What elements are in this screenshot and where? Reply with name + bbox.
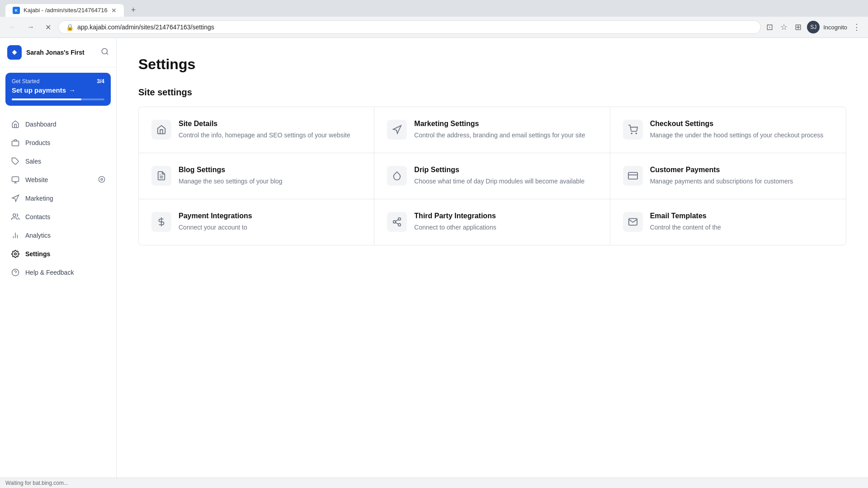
section-title: Site settings <box>138 87 846 98</box>
drip-settings-desc: Choose what time of day Drip modules wil… <box>414 177 597 186</box>
sidebar-item-sales[interactable]: Sales <box>4 152 113 170</box>
contacts-label: Contacts <box>25 213 105 221</box>
drip-settings-content: Drip Settings Choose what time of day Dr… <box>414 166 597 186</box>
customer-payments-desc: Manage payments and subscriptions for cu… <box>650 177 833 186</box>
checkout-settings-icon <box>623 120 643 140</box>
settings-card-site-details[interactable]: Site Details Control the info, homepage … <box>139 107 374 153</box>
close-tab-button[interactable]: ✕ <box>111 7 117 14</box>
svg-point-8 <box>99 176 104 182</box>
get-started-action: Set up payments → <box>12 86 104 94</box>
sidebar-item-contacts[interactable]: Contacts <box>4 208 113 226</box>
settings-grid: Site Details Control the info, homepage … <box>138 107 846 245</box>
site-details-icon <box>151 120 171 140</box>
svg-rect-21 <box>628 173 637 179</box>
url-text: app.kajabi.com/admin/sites/2147647163/se… <box>77 23 214 31</box>
new-tab-button[interactable]: + <box>127 4 140 17</box>
sidebar-item-website[interactable]: Website <box>4 171 113 189</box>
tab-favicon: K <box>13 7 20 14</box>
svg-point-17 <box>631 133 632 134</box>
analytics-icon <box>11 231 20 240</box>
drip-settings-title: Drip Settings <box>414 166 597 174</box>
sidebar-search-button[interactable] <box>101 47 109 58</box>
settings-card-marketing[interactable]: Marketing Settings Control the address, … <box>374 107 610 153</box>
blog-settings-desc: Manage the seo settings of your blog <box>179 177 361 186</box>
svg-line-27 <box>396 222 398 224</box>
lock-icon: 🔒 <box>66 23 74 31</box>
contacts-icon <box>11 212 20 221</box>
browser-tab[interactable]: K Kajabi - /admin/sites/214764716 ✕ <box>5 4 124 17</box>
settings-card-checkout[interactable]: Checkout Settings Manage the under the h… <box>610 107 846 153</box>
main-content: Settings Site settings Site Details Cont… <box>117 38 868 478</box>
address-bar[interactable]: 🔒 app.kajabi.com/admin/sites/2147647163/… <box>58 20 761 34</box>
sidebar-item-dashboard[interactable]: Dashboard <box>4 115 113 133</box>
sidebar-item-help[interactable]: Help & Feedback <box>4 263 113 282</box>
drip-settings-icon <box>387 166 407 186</box>
browser-title-bar: K Kajabi - /admin/sites/214764716 ✕ + <box>0 0 868 17</box>
website-icon <box>11 175 20 184</box>
third-party-icon <box>387 212 407 232</box>
get-started-top: Get Started 3/4 <box>12 78 104 84</box>
sidebar: Sarah Jonas's First Get Started 3/4 Set … <box>0 38 117 478</box>
cast-icon[interactable]: ⊡ <box>764 20 775 34</box>
email-templates-desc: Control the content of the <box>650 223 833 232</box>
settings-icon <box>11 249 20 258</box>
marketing-settings-desc: Control the address, branding and email … <box>414 131 597 140</box>
svg-line-28 <box>396 220 398 221</box>
forward-button[interactable]: → <box>24 21 38 33</box>
reload-button[interactable]: ✕ <box>42 21 55 33</box>
profile-switcher[interactable]: ⊞ <box>793 20 803 34</box>
email-templates-title: Email Templates <box>650 212 833 220</box>
blog-settings-title: Blog Settings <box>179 166 361 174</box>
products-icon <box>11 138 20 147</box>
settings-card-blog[interactable]: Blog Settings Manage the seo settings of… <box>139 153 374 199</box>
incognito-profile[interactable]: SJ <box>807 21 820 33</box>
marketing-settings-icon <box>387 120 407 140</box>
svg-point-24 <box>398 218 401 221</box>
payment-integrations-title: Payment Integrations <box>179 212 361 220</box>
bookmark-icon[interactable]: ☆ <box>778 20 789 34</box>
settings-card-payment-integrations[interactable]: Payment Integrations Connect your accoun… <box>139 199 374 245</box>
sidebar-header: Sarah Jonas's First <box>0 38 116 67</box>
customer-payments-icon <box>623 166 643 186</box>
app-container: Sarah Jonas's First Get Started 3/4 Set … <box>0 38 868 478</box>
settings-label: Settings <box>25 250 105 258</box>
settings-card-drip[interactable]: Drip Settings Choose what time of day Dr… <box>374 153 610 199</box>
incognito-label: Incognito <box>823 24 847 31</box>
payment-integrations-icon <box>151 212 171 232</box>
site-details-title: Site Details <box>179 120 361 128</box>
svg-rect-3 <box>12 141 19 146</box>
sidebar-item-products[interactable]: Products <box>4 134 113 152</box>
progress-bar-fill <box>12 99 81 100</box>
sidebar-item-settings[interactable]: Settings <box>4 245 113 263</box>
analytics-label: Analytics <box>25 232 105 239</box>
house-icon <box>11 120 20 129</box>
checkout-settings-desc: Manage the under the hood settings of yo… <box>650 131 833 140</box>
blog-settings-icon <box>151 166 171 186</box>
checkout-settings-title: Checkout Settings <box>650 120 833 128</box>
marketing-settings-content: Marketing Settings Control the address, … <box>414 120 597 140</box>
svg-rect-5 <box>12 177 19 182</box>
get-started-card[interactable]: Get Started 3/4 Set up payments → <box>5 73 111 106</box>
marketing-settings-title: Marketing Settings <box>414 120 597 128</box>
svg-point-9 <box>101 178 103 180</box>
toolbar-actions: ⊡ ☆ ⊞ SJ Incognito ⋮ <box>764 20 863 34</box>
settings-card-customer-payments[interactable]: Customer Payments Manage payments and su… <box>610 153 846 199</box>
sales-label: Sales <box>25 158 105 165</box>
settings-card-third-party[interactable]: Third Party Integrations Connect to othe… <box>374 199 610 245</box>
menu-button[interactable]: ⋮ <box>851 20 863 34</box>
sidebar-brand: Sarah Jonas's First <box>26 49 85 56</box>
website-label: Website <box>25 176 93 183</box>
svg-point-1 <box>102 48 107 54</box>
settings-card-email-templates[interactable]: Email Templates Control the content of t… <box>610 199 846 245</box>
progress-bar-background <box>12 99 104 100</box>
status-text: Waiting for bat.bing.com... <box>5 480 68 486</box>
sidebar-item-marketing[interactable]: Marketing <box>4 189 113 207</box>
dashboard-label: Dashboard <box>25 121 105 128</box>
arrow-right-icon: → <box>69 86 75 94</box>
back-button[interactable]: ← <box>5 21 20 33</box>
customer-payments-content: Customer Payments Manage payments and su… <box>650 166 833 186</box>
third-party-title: Third Party Integrations <box>414 212 597 220</box>
page-title: Settings <box>138 56 846 73</box>
payment-integrations-content: Payment Integrations Connect your accoun… <box>179 212 361 232</box>
sidebar-item-analytics[interactable]: Analytics <box>4 226 113 244</box>
